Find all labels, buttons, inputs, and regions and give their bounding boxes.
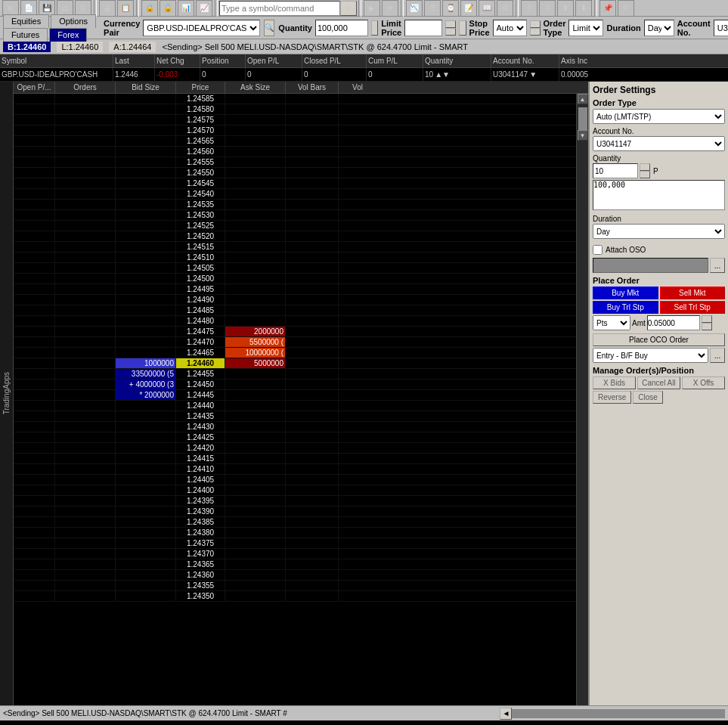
toolbar-icon-graph[interactable]: 📉 xyxy=(406,0,423,17)
price-row[interactable]: 1.24525 xyxy=(14,221,576,231)
limit-p-btn[interactable]: P xyxy=(459,20,466,36)
price-row[interactable]: 1.24545 xyxy=(14,178,576,189)
price-row[interactable]: 1.24535 xyxy=(14,200,576,210)
price-row[interactable]: 1.24505 xyxy=(14,263,576,274)
price-row[interactable]: 1.24395 xyxy=(14,496,576,507)
price-row[interactable]: 1.24480 xyxy=(14,316,576,327)
os-attach-oso-checkbox[interactable] xyxy=(593,245,603,255)
toolbar-icon-book[interactable]: 📖 xyxy=(479,0,495,17)
toolbar-icon-extra1[interactable]: ⇧ xyxy=(521,0,537,17)
toolbar-icon-6[interactable]: 🖨 xyxy=(99,0,116,17)
price-row[interactable]: 1.24410 xyxy=(14,464,576,475)
trading-apps-sidebar[interactable]: TradingApps xyxy=(0,82,14,705)
tab-forex[interactable]: Forex xyxy=(49,28,87,42)
tab-equities[interactable]: Equities xyxy=(3,14,49,28)
sell-trl-button[interactable]: Sell Trl Stp xyxy=(660,301,726,314)
toolbar-icon-flag[interactable]: 🏳 xyxy=(618,0,634,17)
price-row[interactable]: 1.24495 xyxy=(14,284,576,295)
account-no-select[interactable]: U3041147 xyxy=(714,20,728,36)
price-row[interactable]: 1.2446510000000 ( xyxy=(14,348,576,358)
pts-select[interactable]: Pts xyxy=(593,315,630,330)
price-row[interactable]: 1.24390 xyxy=(14,507,576,517)
price-row[interactable]: 1.24400 xyxy=(14,485,576,496)
os-oso-select[interactable] xyxy=(593,258,708,273)
price-row[interactable]: 1.24490 xyxy=(14,295,576,305)
toolbar-icon-go[interactable]: ↵ xyxy=(382,0,398,17)
price-row[interactable]: 1.24415 xyxy=(14,454,576,464)
os-duration-select[interactable]: Day xyxy=(593,224,725,239)
currency-pair-select[interactable]: GBP.USD-IDEALPRO'CASH xyxy=(143,20,260,36)
price-row[interactable]: 1.24515 xyxy=(14,242,576,253)
price-row[interactable]: 1.24520 xyxy=(14,231,576,242)
stop-price-select[interactable]: Auto xyxy=(493,20,527,36)
symbol-data-row[interactable]: GBP.USD-IDEALPRO'CASH 1.2446 -0.003 0 0 … xyxy=(0,68,728,82)
price-row[interactable]: 1.24385 xyxy=(14,517,576,528)
price-row[interactable]: 1.24380 xyxy=(14,528,576,538)
price-row[interactable]: 10000001.244605000000 xyxy=(14,358,576,369)
price-row[interactable]: 33500000 (51.24455 xyxy=(14,369,576,380)
limit-price-input[interactable] xyxy=(404,20,442,36)
cancel-all-button[interactable]: Cancel All xyxy=(637,376,680,389)
price-row[interactable]: 1.24405 xyxy=(14,475,576,485)
buy-mkt-button[interactable]: Buy Mkt xyxy=(593,287,658,299)
price-row[interactable]: 1.24560 xyxy=(14,147,576,157)
duration-select[interactable]: Day xyxy=(644,20,674,36)
order-type-select[interactable]: Limit xyxy=(568,20,603,36)
oco-entry-select[interactable]: Entry - B/F Buy xyxy=(593,348,708,363)
os-qty-up[interactable]: ▲ xyxy=(640,163,650,171)
os-qty-extra[interactable]: 100,000 xyxy=(593,180,725,210)
price-row[interactable]: 1.24420 xyxy=(14,443,576,454)
tab-options[interactable]: Options xyxy=(51,14,96,28)
toolbar-icon-9[interactable]: 🔓 xyxy=(160,0,176,17)
command-dropdown[interactable]: ▼ xyxy=(340,1,357,16)
os-qty-input[interactable] xyxy=(593,163,638,178)
os-order-type-select[interactable]: Auto (LMT/STP) xyxy=(593,109,725,124)
horizontal-scrollbar[interactable] xyxy=(512,709,725,718)
price-row[interactable]: * 20000001.24445 xyxy=(14,390,576,401)
toolbar-icon-pin[interactable]: 📌 xyxy=(599,0,616,17)
scroll-up-btn[interactable]: ▲ xyxy=(578,94,588,104)
x-bids-button[interactable]: X Bids xyxy=(593,376,636,389)
price-row[interactable]: 1.24435 xyxy=(14,411,576,422)
toolbar-icon-grid[interactable]: ☰ xyxy=(424,0,441,17)
toolbar-icon-arrow[interactable]: ▶ xyxy=(364,0,380,17)
close-position-button[interactable]: Close xyxy=(633,391,663,404)
limit-up-arrow[interactable]: ▲ xyxy=(445,20,456,28)
toolbar-icon-order[interactable]: 📝 xyxy=(460,0,477,17)
price-row[interactable]: 1.24530 xyxy=(14,210,576,221)
os-qty-down[interactable]: ▼ xyxy=(640,171,650,178)
price-row[interactable]: 1.24430 xyxy=(14,422,576,432)
price-row[interactable]: 1.24440 xyxy=(14,401,576,411)
price-row[interactable]: + 4000000 (31.24450 xyxy=(14,380,576,390)
price-row[interactable]: 1.24540 xyxy=(14,189,576,200)
os-oso-more[interactable]: ... xyxy=(710,258,725,273)
price-row[interactable]: 1.24365 xyxy=(14,559,576,570)
toolbar-icon-chart[interactable]: 📈 xyxy=(196,0,212,17)
toolbar-icon-8[interactable]: 🔒 xyxy=(141,0,158,17)
price-row[interactable]: 1.24580 xyxy=(14,104,576,115)
price-row[interactable]: 1.24575 xyxy=(14,115,576,125)
buy-trl-button[interactable]: Buy Trl Stp xyxy=(593,301,658,314)
magnifier-icon[interactable]: 🔍 xyxy=(264,20,274,36)
oco-entry-more[interactable]: ... xyxy=(710,348,725,363)
place-oco-button[interactable]: Place OCO Order xyxy=(593,333,725,346)
price-row[interactable]: 1.24585 xyxy=(14,94,576,104)
limit-down-arrow[interactable]: ▼ xyxy=(445,28,456,36)
price-row[interactable]: 1.24360 xyxy=(14,570,576,581)
price-row[interactable]: 1.24425 xyxy=(14,432,576,443)
horizontal-scroll-left[interactable]: ◄ xyxy=(500,708,512,720)
toolbar-icon-extra2[interactable]: ⇩ xyxy=(539,0,556,17)
os-qty-p[interactable]: P xyxy=(653,167,658,175)
reverse-button[interactable]: Reverse xyxy=(593,391,631,404)
scrollbar-track[interactable]: ▲ ▼ xyxy=(576,94,588,705)
price-row[interactable]: 1.24350 xyxy=(14,591,576,602)
toolbar-icon-10[interactable]: 📊 xyxy=(178,0,194,17)
price-row[interactable]: 1.24485 xyxy=(14,305,576,316)
scroll-down-btn[interactable]: ▼ xyxy=(578,130,588,141)
price-row[interactable]: 1.24550 xyxy=(14,168,576,178)
price-row[interactable]: 1.24570 xyxy=(14,125,576,136)
price-row[interactable]: 1.244752000000 xyxy=(14,327,576,337)
quantity-input[interactable] xyxy=(315,20,368,36)
qty-arrows-indicator[interactable]: ▲▼ xyxy=(435,70,450,79)
price-row[interactable]: 1.24510 xyxy=(14,253,576,263)
